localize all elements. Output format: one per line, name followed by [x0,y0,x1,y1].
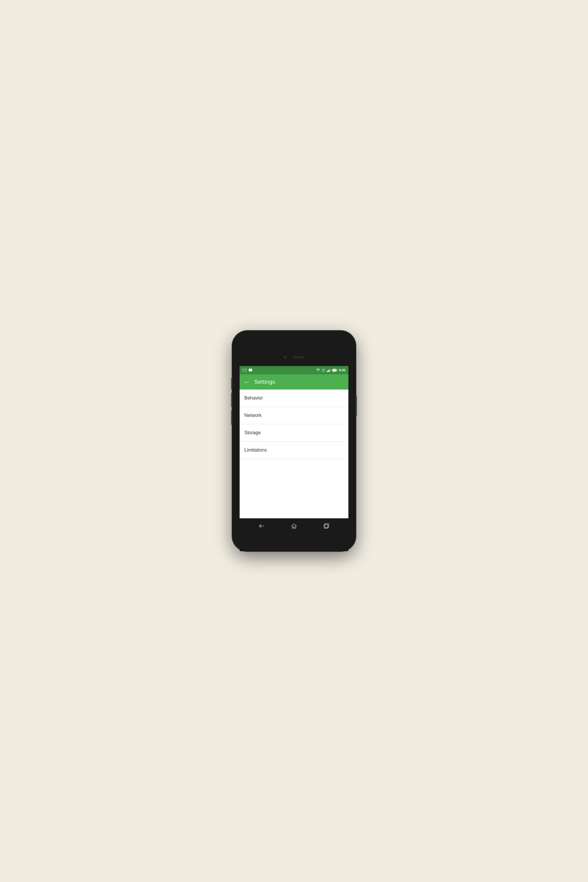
settings-item-storage[interactable]: Storage [240,424,348,442]
svg-rect-1 [249,369,252,371]
svg-rect-9 [327,370,328,372]
svg-rect-0 [243,369,247,372]
front-camera [284,356,286,358]
svg-rect-11 [329,369,330,372]
svg-rect-12 [330,369,331,372]
svg-line-7 [324,369,325,369]
settings-item-storage-label: Storage [244,430,261,435]
toolbar: ← Settings [240,374,348,390]
settings-item-limitations[interactable]: Limitations [240,442,348,459]
volume-down-button[interactable] [231,410,232,425]
settings-item-behavior-label: Behavior [244,395,263,401]
status-bar: 9:35 [240,366,348,374]
screen: 9:35 ← Settings Behavior Network Storage [240,366,348,518]
svg-rect-18 [324,525,328,528]
bottom-nav-bar [240,518,348,534]
status-left-icons [243,369,252,372]
svg-line-6 [322,369,322,369]
alarm-status-icon [322,368,325,372]
battery-status-icon [332,369,338,372]
volume-up-button[interactable] [231,393,232,407]
speaker [292,356,304,358]
gmail-icon [243,369,247,372]
chat-icon [249,369,252,372]
signal-status-icon [327,369,331,372]
toolbar-title: Settings [254,379,275,385]
settings-list: Behavior Network Storage Limitations [240,390,348,518]
settings-item-network-label: Network [244,413,262,418]
svg-rect-15 [337,369,337,371]
settings-item-network[interactable]: Network [240,407,348,424]
settings-item-behavior[interactable]: Behavior [240,390,348,407]
wifi-status-icon [316,369,320,372]
home-nav-button[interactable] [289,520,299,531]
back-nav-button[interactable] [256,520,267,531]
status-time: 9:35 [339,368,345,372]
settings-item-limitations-label: Limitations [244,447,267,453]
recents-nav-button[interactable] [321,520,332,531]
svg-marker-2 [249,371,250,372]
svg-rect-14 [333,369,336,371]
power-button[interactable] [356,395,357,416]
svg-rect-10 [328,370,329,372]
top-bezel [240,348,348,366]
svg-rect-8 [327,371,327,372]
bottom-bezel [240,534,348,551]
svg-rect-19 [325,524,329,527]
back-button[interactable]: ← [244,379,250,386]
svg-marker-17 [292,524,296,528]
status-right-icons: 9:35 [316,368,345,372]
phone-screen-area: 9:35 ← Settings Behavior Network Storage [240,348,348,551]
phone-device: 9:35 ← Settings Behavior Network Storage [232,331,356,551]
